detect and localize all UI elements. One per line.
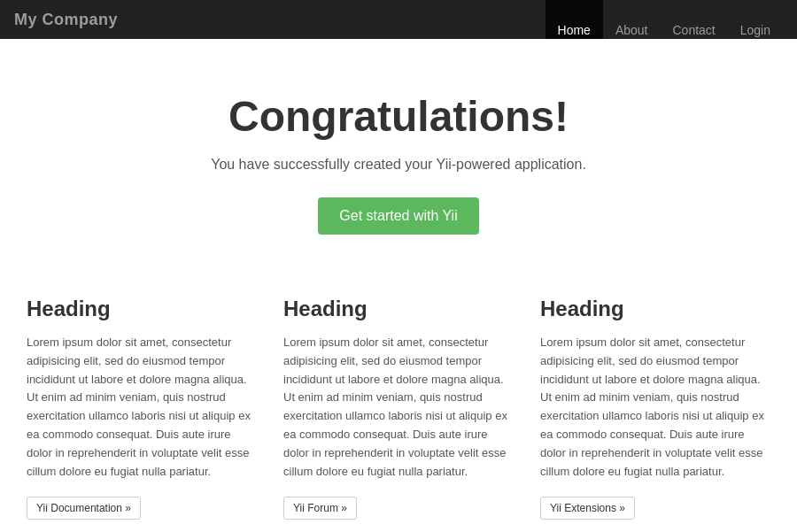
nav-link-login[interactable]: Login (728, 0, 783, 39)
nav-link-about[interactable]: About (603, 0, 661, 39)
nav-link-contact[interactable]: Contact (660, 0, 727, 39)
nav-link-home[interactable]: Home (546, 0, 603, 39)
column-3-link[interactable]: Yii Extensions » (540, 497, 635, 520)
columns-section: Heading Lorem ipsum dolor sit amet, cons… (0, 279, 797, 532)
nav-links: Home About Contact Login (546, 0, 783, 39)
get-started-button[interactable]: Get started with Yii (318, 197, 478, 235)
column-2: Heading Lorem ipsum dolor sit amet, cons… (283, 297, 514, 520)
nav-brand: My Company (14, 11, 118, 29)
column-2-heading: Heading (283, 297, 514, 321)
hero-section: Congratulations! You have successfully c… (0, 39, 797, 279)
column-3: Heading Lorem ipsum dolor sit amet, cons… (540, 297, 770, 520)
column-3-body: Lorem ipsum dolor sit amet, consectetur … (540, 334, 770, 481)
hero-title: Congratulations! (18, 92, 779, 141)
column-2-body: Lorem ipsum dolor sit amet, consectetur … (283, 334, 514, 481)
column-1-heading: Heading (27, 297, 257, 321)
column-3-heading: Heading (540, 297, 770, 321)
navbar: My Company Home About Contact Login (0, 0, 797, 39)
column-1: Heading Lorem ipsum dolor sit amet, cons… (27, 297, 257, 520)
column-1-link[interactable]: Yii Documentation » (27, 497, 141, 520)
column-2-link[interactable]: Yii Forum » (283, 497, 357, 520)
column-1-body: Lorem ipsum dolor sit amet, consectetur … (27, 334, 257, 481)
hero-subtitle: You have successfully created your Yii-p… (18, 157, 779, 173)
